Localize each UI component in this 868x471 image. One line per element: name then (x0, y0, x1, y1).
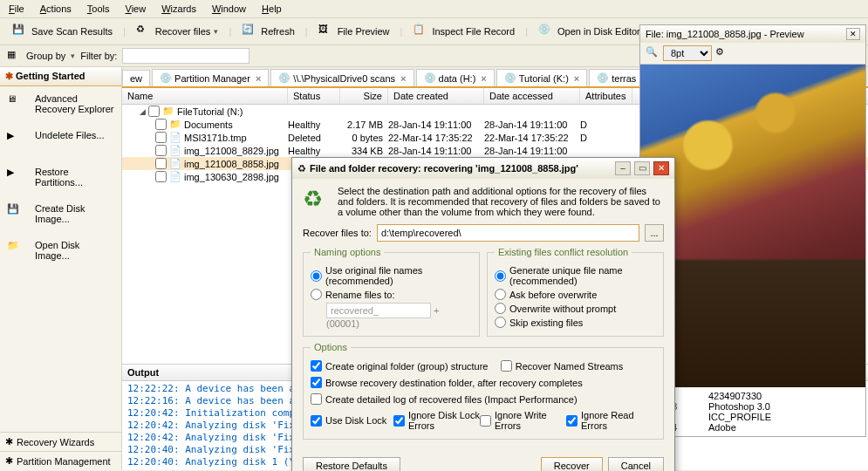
filter-input[interactable] (122, 48, 249, 64)
row-check[interactable] (155, 119, 167, 130)
row-check[interactable] (155, 145, 167, 156)
tab[interactable]: 💿\\.\PhysicalDrive0 scans× (270, 69, 413, 86)
sidebar-icon: 🖥 (7, 93, 30, 116)
sidebar-foot-item[interactable]: ✱Recovery Wizards (0, 432, 121, 451)
col-head[interactable]: Status (288, 88, 340, 104)
toolbar-file-preview[interactable]: 🖼File Preview (313, 22, 395, 41)
sidebar-foot-item[interactable]: ✱Partition Management (0, 451, 121, 470)
meta-row: APP2ICC_PROFILE (647, 412, 858, 422)
tab[interactable]: 💿Partition Manager× (152, 69, 269, 86)
disk-icon: 💿 (504, 72, 516, 84)
sidebar-item[interactable]: ▶Restore Partitions... (0, 160, 121, 196)
close-button[interactable]: ✕ (653, 161, 669, 175)
close-icon[interactable]: × (256, 73, 261, 84)
recover-button[interactable]: Recover (541, 457, 603, 471)
filterby-label: Filter by: (80, 51, 117, 61)
rename-input[interactable] (326, 303, 431, 318)
meta-row: APP13Photoshop 3.0 (647, 401, 858, 412)
close-icon[interactable]: × (400, 73, 406, 84)
sidebar-item[interactable]: 💾Create Disk Image... (0, 196, 121, 233)
col-head[interactable]: Attributes (580, 88, 632, 104)
menu-help[interactable]: Help (262, 3, 282, 14)
options-fieldset: Options Create original folder (group) s… (303, 342, 664, 440)
group-icon: ▦ (7, 49, 21, 63)
row-check[interactable] (148, 106, 160, 117)
file-icon: 📄 (169, 171, 181, 182)
file-icon: 📄 (169, 158, 181, 169)
conflict-option[interactable]: Overwrite without prompt (495, 303, 656, 314)
file-icon: 📄 (169, 132, 181, 143)
recover-path-input[interactable] (377, 224, 639, 242)
naming-option[interactable]: Use original file names (recommended) (311, 265, 472, 286)
conflict-option[interactable]: Skip existing files (495, 317, 656, 328)
close-icon[interactable]: × (481, 73, 486, 84)
restore-defaults-button[interactable]: Restore Defaults (303, 457, 400, 471)
row-check[interactable] (155, 132, 167, 143)
file-icon: 📄 (169, 145, 181, 156)
option-check[interactable]: Create detailed log of recovered files (… (311, 393, 656, 405)
col-head[interactable]: Date accessed (484, 88, 580, 104)
dialog-title: File and folder recovery: recovering 'im… (310, 163, 612, 174)
toolbar-recover-files[interactable]: ♻Recover files ▾ (131, 22, 224, 41)
conflict-fieldset: Existing files conflict resolution Gener… (487, 247, 664, 337)
maximize-button[interactable]: ▭ (634, 161, 650, 175)
groupby-label[interactable]: Group by (26, 51, 65, 61)
preview-title: File: img_121008_8858.jpg - Preview (646, 29, 846, 39)
col-head[interactable]: Name (122, 88, 288, 104)
row-check[interactable] (155, 171, 167, 182)
sidebar-item[interactable]: 🖥Advanced Recovery Explorer (0, 86, 121, 123)
col-head[interactable]: Size (340, 88, 388, 104)
browse-button[interactable]: ... (645, 224, 664, 242)
zoom-select[interactable]: 8pt (663, 45, 712, 61)
meta-row: 01104234907330 (647, 391, 858, 401)
option-check[interactable]: Recover Named Streams (501, 360, 653, 372)
col-head[interactable]: Date created (388, 88, 484, 104)
toolbar-save-scan-results[interactable]: 💾Save Scan Results (7, 22, 118, 41)
cancel-button[interactable]: Cancel (608, 457, 664, 471)
menu-actions[interactable]: Actions (40, 3, 72, 14)
sidebar-icon: ▶ (7, 167, 30, 189)
disk-icon: 💿 (597, 72, 609, 84)
menu-bar: FileActionsToolsViewWizardsWindowHelp (0, 0, 868, 18)
sidebar-item[interactable]: ▶Undelete Files... (0, 123, 121, 160)
toolbar-open-in-disk-editor[interactable]: 💿Open in Disk Editor (533, 22, 646, 41)
option-check[interactable]: Ignore Read Errors (566, 410, 653, 431)
folder-icon: 📁 (169, 119, 181, 130)
option-check[interactable]: Create original folder (group) structure (311, 360, 501, 372)
menu-view[interactable]: View (126, 3, 147, 14)
toolbar-inspect-file-record[interactable]: 📋Inspect File Record (407, 22, 520, 41)
sidebar-icon: 💾 (7, 203, 30, 226)
menu-wizards[interactable]: Wizards (161, 3, 196, 14)
minimize-button[interactable]: – (615, 161, 631, 175)
sidebar-icon: 📁 (7, 240, 30, 263)
settings-icon[interactable]: ⚙ (715, 46, 729, 60)
menu-window[interactable]: Window (212, 3, 246, 14)
sidebar: ✱ Getting Started 🖥Advanced Recovery Exp… (0, 67, 122, 470)
tab[interactable]: ew (122, 70, 150, 86)
tab[interactable]: 💿data (H:)× (416, 69, 495, 86)
disk-icon: 💿 (160, 72, 172, 84)
toolbar-refresh[interactable]: 🔄Refresh (236, 22, 300, 41)
conflict-option[interactable]: Ask before overwrite (495, 289, 656, 300)
close-icon[interactable]: ✕ (846, 28, 860, 40)
close-icon[interactable]: × (574, 73, 579, 84)
menu-tools[interactable]: Tools (87, 3, 110, 14)
disk-icon: 💿 (424, 72, 436, 84)
disk-icon: 💿 (278, 72, 290, 84)
option-check[interactable]: Browse recovery destination folder, afte… (311, 377, 656, 388)
recover-to-label: Recover files to: (303, 228, 372, 238)
menu-file[interactable]: File (9, 3, 24, 14)
option-check[interactable]: Ignore Write Errors (480, 410, 566, 431)
recycle-icon: ♻ (297, 163, 306, 174)
sidebar-item[interactable]: 📁Open Disk Image... (0, 233, 121, 270)
conflict-option[interactable]: Generate unique file name (recommended) (495, 265, 656, 286)
naming-option[interactable]: Rename files to: (311, 289, 472, 300)
recycle-icon: ♻ (303, 186, 331, 214)
option-check[interactable]: Ignore Disk Lock Errors (393, 410, 480, 431)
zoom-out-icon[interactable]: 🔍 (646, 46, 660, 60)
dialog-desc: Select the destination path and addition… (338, 186, 664, 217)
row-check[interactable] (155, 158, 167, 169)
option-check[interactable]: Use Disk Lock (311, 410, 393, 431)
tab[interactable]: 💿Tutorial (K:)× (496, 69, 587, 86)
sidebar-icon: ▶ (7, 130, 30, 153)
